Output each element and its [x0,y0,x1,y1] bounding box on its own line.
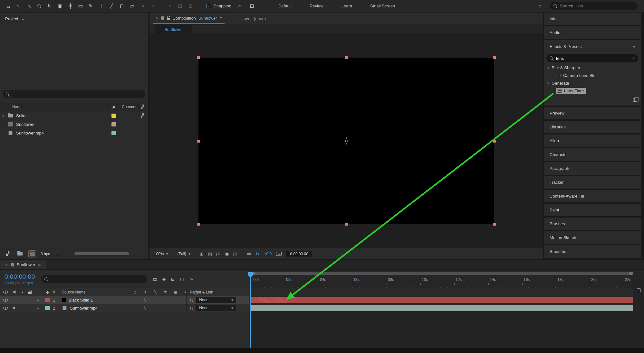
solo-column-icon[interactable]: ● [22,291,23,294]
snap-along-edges-icon[interactable]: ↗ [234,2,244,11]
axis-mode-local-icon[interactable]: ⌖ [165,2,175,11]
column-label-icon[interactable]: ◆ [108,103,119,111]
layer-tab[interactable]: Layer (none) [241,16,266,21]
effects-group-blur-sharpen[interactable]: ∨ Blur & Sharpen [544,64,641,71]
panel-paragraph-title[interactable]: Paragraph [550,166,569,171]
panel-audio-title[interactable]: Audio [550,30,560,35]
axis-mode-world-icon[interactable]: ⊞ [175,2,185,11]
label-column-icon[interactable]: ◆ [42,290,53,294]
parent-select[interactable]: None ▾ [196,297,236,303]
interpret-footage-icon[interactable]: ▞ [4,250,12,257]
pickwhip-icon[interactable]: ◎ [190,298,193,302]
composition-canvas[interactable] [198,58,494,224]
lock-column-icon[interactable] [28,292,32,294]
layer-bar-sunflower-mp4[interactable] [251,305,633,311]
comp-mini-flowchart-icon[interactable]: ▤ [153,276,157,282]
layer-switch-fx[interactable]: ╲ [144,298,146,302]
roto-brush-tool[interactable]: ◌ [137,2,148,11]
hide-shy-layers-icon[interactable]: ⊞ [171,276,175,282]
collapse-switch-icon[interactable]: ☀ [144,290,147,294]
panel-align-title[interactable]: Align [550,138,559,143]
current-timecode[interactable]: 0:00:00:00 [5,273,35,280]
timeline-tab-sunflower[interactable]: × Sunflower ≡ [0,260,46,269]
panel-info-title[interactable]: Info [550,16,557,21]
layer-row-sunflower-mp4[interactable]: ▸ 2 Sunflower.mp4 ⊙ ╲ ◎ None ▾ [0,304,249,312]
eraser-tool[interactable]: ▱ [127,2,137,11]
workspace-overflow-button[interactable]: » [539,3,542,9]
source-name-column[interactable]: Source Name [62,290,131,294]
panel-menu-icon[interactable]: ≡ [38,262,41,267]
chevron-down-icon[interactable]: ∨ [547,81,549,85]
composition-viewer[interactable] [149,33,543,248]
work-area-bar[interactable] [251,272,633,275]
reset-exposure-icon[interactable]: ↻ [256,251,260,256]
effect-lens-flare[interactable]: Lens Flare [544,87,641,95]
clone-stamp-tool[interactable]: ⊓ [117,2,127,11]
mask-shape-tool[interactable]: ▭ [75,2,86,11]
panel-paint-title[interactable]: Paint [550,208,559,212]
effects-presets-title[interactable]: Effects & Presets [550,44,582,49]
layer-switch-quality[interactable]: ⊙ [133,298,137,302]
selection-tool[interactable]: ↖ [14,2,24,11]
color-depth-button[interactable]: 8 bpc [41,252,50,256]
puppet-pin-tool[interactable]: ♀ [148,2,158,11]
preview-quality-icon[interactable]: ◫ [233,251,237,256]
label-color-chip[interactable] [45,298,50,302]
color-management-icon[interactable] [247,252,251,256]
number-column[interactable]: # [53,290,62,294]
workspace-small-screen[interactable]: Small Screen [370,4,395,8]
selection-handle[interactable] [197,56,200,59]
selection-handle[interactable] [345,56,348,59]
video-column-icon[interactable] [3,291,8,293]
chevron-down-icon[interactable]: ∨ [547,66,549,70]
panel-brushes-title[interactable]: Brushes [550,221,565,226]
panel-tracker-title[interactable]: Tracker [550,180,564,185]
parent-link-column[interactable]: Parent & Link [190,290,213,294]
panel-menu-icon[interactable]: ≡ [632,44,635,49]
pickwhip-icon[interactable]: ◎ [190,306,193,311]
pan-behind-tool[interactable]: ╋ [65,2,75,11]
draft-3d-icon[interactable]: ◈ [162,276,166,282]
playhead-line[interactable] [250,272,251,348]
magnification-select[interactable]: 100% ▾ [154,252,168,256]
layer-bar-black-solid[interactable] [251,297,633,303]
rotation-tool[interactable]: ↻ [44,2,55,11]
project-search-input[interactable] [12,92,142,97]
snapshot-camera-icon[interactable] [276,252,282,256]
close-icon[interactable]: × [5,262,8,267]
clear-search-icon[interactable]: × [632,56,635,61]
effects-search-input[interactable] [556,56,630,61]
label-color-chip[interactable] [45,306,50,310]
trash-button[interactable] [54,250,62,257]
panel-character-title[interactable]: Character [550,152,568,157]
shy-switch-icon[interactable]: ⊙ [133,290,137,294]
grid-guide-options-icon[interactable]: ⊞ [200,251,204,256]
selection-handle[interactable] [197,140,200,143]
project-item-solids[interactable]: ▸ Solids ▞ [0,111,148,120]
effects-group-generate[interactable]: ∨ Generate [544,79,641,87]
composition-marker-button[interactable] [637,288,641,292]
viewer-tab-sunflower[interactable]: Sunflower [155,25,192,33]
audio-toggle[interactable] [13,306,16,310]
workspace-default[interactable]: Default [278,4,292,8]
close-icon[interactable]: × [156,16,159,21]
panel-menu-icon[interactable]: ≡ [22,16,24,21]
layer-switch-quality[interactable]: ⊙ [133,306,137,310]
region-of-interest-icon[interactable]: ◳ [216,251,220,256]
home-icon[interactable]: ⌂ [3,2,14,11]
mask-visibility-icon[interactable]: ▣ [225,251,229,256]
quality-switch-icon[interactable]: ╲ [154,290,157,294]
selection-handle[interactable] [493,140,496,143]
transparency-grid-icon[interactable]: ▨ [208,251,212,256]
pen-tool[interactable]: ✎ [86,2,96,11]
snapping-checkbox[interactable]: ✓ [207,4,211,8]
camera-tool[interactable]: ▣ [55,2,65,11]
layer-switch-fx[interactable]: ╲ [144,306,146,310]
panel-preview-title[interactable]: Preview [550,111,564,116]
horizontal-scrollbar[interactable] [74,252,129,255]
project-item-sunflower-mp4[interactable]: Sunflower.mp4 [0,129,148,137]
project-item-sunflower-comp[interactable]: Sunflower [0,120,148,129]
axis-mode-view-icon[interactable]: ⊠ [185,2,196,11]
time-ruler[interactable]: :00s 02s 04s 06s 08s 10s 12s 14s 16s 18s… [249,270,644,288]
label-color-chip[interactable] [111,114,116,118]
